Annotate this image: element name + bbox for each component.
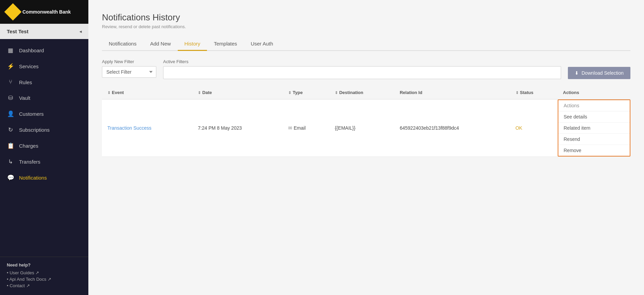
col-destination[interactable]: ⇕Destination — [329, 86, 394, 99]
event-link[interactable]: Transaction Success — [107, 125, 151, 131]
sidebar-label-notifications: Notifications — [19, 175, 47, 181]
apply-filter-group: Apply New Filter Select Filter — [102, 59, 156, 78]
sidebar-item-dashboard[interactable]: ▦ Dashboard — [0, 42, 88, 58]
tab-user-auth[interactable]: User Auth — [244, 37, 280, 51]
tab-templates[interactable]: Templates — [207, 37, 244, 51]
tab-add-new[interactable]: Add New — [143, 37, 178, 51]
dashboard-icon: ▦ — [7, 47, 14, 54]
sidebar-item-customers[interactable]: 👤 Customers — [0, 106, 88, 122]
footer-link[interactable]: Contact ↗ — [7, 283, 82, 288]
rules-icon: ⑂ — [7, 79, 14, 86]
sidebar-item-transfers[interactable]: ↳ Transfers — [0, 154, 88, 170]
footer-link[interactable]: Api And Tech Docs ↗ — [7, 277, 82, 282]
sidebar-label-customers: Customers — [19, 111, 44, 117]
sidebar-header: Commonwealth Bank — [0, 0, 88, 24]
apply-filter-label: Apply New Filter — [102, 59, 156, 64]
action-remove[interactable]: Remove — [558, 145, 630, 156]
brand-name: Commonwealth Bank — [22, 9, 71, 15]
sort-icon-destination: ⇕ — [335, 91, 338, 95]
sidebar-label-charges: Charges — [19, 143, 38, 149]
active-filters-label: Active Filters — [163, 59, 561, 64]
charges-icon: 📋 — [7, 142, 14, 149]
transfers-icon: ↳ — [7, 158, 14, 165]
filter-bar: Apply New Filter Select Filter Active Fi… — [102, 59, 630, 79]
sort-icon-event: ⇕ — [107, 91, 110, 95]
col-event[interactable]: ⇕Event — [102, 86, 192, 99]
actions-cell: ActionsSee detailsRelated itemResendRemo… — [558, 99, 631, 157]
download-label: Download Selection — [581, 70, 624, 76]
download-selection-button[interactable]: ⬇ Download Selection — [568, 67, 630, 79]
relation-id-value: 645922403eb21f13f88f9dc4 — [400, 125, 459, 131]
page-title: Notifications History — [102, 12, 630, 23]
tab-notifications[interactable]: Notifications — [102, 37, 143, 51]
tab-bar: NotificationsAdd NewHistoryTemplatesUser… — [102, 37, 630, 51]
sidebar-item-notifications[interactable]: 💬 Notifications — [0, 170, 88, 186]
sidebar: Commonwealth Bank Test Test ◂ ▦ Dashboar… — [0, 0, 88, 295]
col-actions: Actions — [558, 86, 631, 99]
sidebar-label-dashboard: Dashboard — [19, 48, 44, 53]
notifications-table: ⇕Event⇕Date⇕Type⇕DestinationRelation Id⇕… — [102, 86, 630, 157]
sidebar-item-vault[interactable]: ⛁ Vault — [0, 90, 88, 106]
select-filter-dropdown[interactable]: Select Filter — [102, 66, 156, 78]
logo-diamond-icon — [4, 3, 22, 21]
sidebar-label-rules: Rules — [19, 79, 32, 85]
user-name: Test Test — [7, 29, 29, 34]
sidebar-item-rules[interactable]: ⑂ Rules — [0, 74, 88, 90]
sidebar-item-services[interactable]: ⚡ Services — [0, 58, 88, 74]
tab-history[interactable]: History — [178, 37, 207, 51]
sidebar-label-subscriptions: Subscriptions — [19, 127, 50, 133]
destination-value: {{EMAIL}} — [335, 125, 355, 131]
col-relation_id: Relation Id — [394, 86, 510, 99]
vault-icon: ⛁ — [7, 94, 14, 102]
type-value: ✉Email — [288, 125, 306, 131]
notifications-icon: 💬 — [7, 174, 14, 181]
content-area: Notifications History Review, resend or … — [88, 0, 644, 295]
col-status[interactable]: ⇕Status — [510, 86, 558, 99]
sort-icon-date: ⇕ — [198, 91, 201, 95]
sidebar-nav: ▦ Dashboard ⚡ Services ⑂ Rules ⛁ Vault 👤… — [0, 39, 88, 257]
sort-icon-status: ⇕ — [516, 91, 519, 95]
table-row: Transaction Success7:24 PM 8 May 2023✉Em… — [102, 99, 630, 157]
chevron-icon[interactable]: ◂ — [80, 29, 82, 34]
sidebar-footer: Need help? User Guides ↗Api And Tech Doc… — [0, 257, 88, 295]
active-filters-group: Active Filters — [163, 59, 561, 79]
col-date[interactable]: ⇕Date — [192, 86, 283, 99]
col-type[interactable]: ⇕Type — [283, 86, 329, 99]
actions-header: Actions — [558, 100, 630, 111]
date-value: 7:24 PM 8 May 2023 — [198, 125, 242, 131]
table-header-row: ⇕Event⇕Date⇕Type⇕DestinationRelation Id⇕… — [102, 86, 630, 99]
page-subtitle: Review, resend or delete past notificati… — [102, 24, 630, 29]
table-body: Transaction Success7:24 PM 8 May 2023✉Em… — [102, 99, 630, 157]
actions-dropdown: ActionsSee detailsRelated itemResendRemo… — [558, 99, 631, 156]
footer-help-title: Need help? — [7, 262, 82, 268]
email-icon: ✉ — [288, 125, 292, 131]
sidebar-item-charges[interactable]: 📋 Charges — [0, 138, 88, 154]
sidebar-item-subscriptions[interactable]: ↻ Subscriptions — [0, 122, 88, 138]
sidebar-user[interactable]: Test Test ◂ — [0, 24, 88, 39]
sidebar-label-vault: Vault — [19, 95, 30, 101]
table-header: ⇕Event⇕Date⇕Type⇕DestinationRelation Id⇕… — [102, 86, 630, 99]
footer-link[interactable]: User Guides ↗ — [7, 270, 82, 275]
sidebar-label-transfers: Transfers — [19, 159, 40, 165]
download-icon: ⬇ — [575, 70, 579, 76]
active-filters-box — [163, 66, 561, 79]
customers-icon: 👤 — [7, 110, 14, 117]
sort-icon-type: ⇕ — [288, 91, 291, 95]
services-icon: ⚡ — [7, 63, 14, 70]
subscriptions-icon: ↻ — [7, 126, 14, 133]
action-related-item[interactable]: Related item — [558, 123, 630, 134]
sidebar-label-services: Services — [19, 63, 39, 69]
action-see-details[interactable]: See details — [558, 111, 630, 123]
main-content: Notifications History Review, resend or … — [88, 0, 644, 295]
status-value: OK — [516, 125, 522, 131]
action-resend[interactable]: Resend — [558, 134, 630, 145]
